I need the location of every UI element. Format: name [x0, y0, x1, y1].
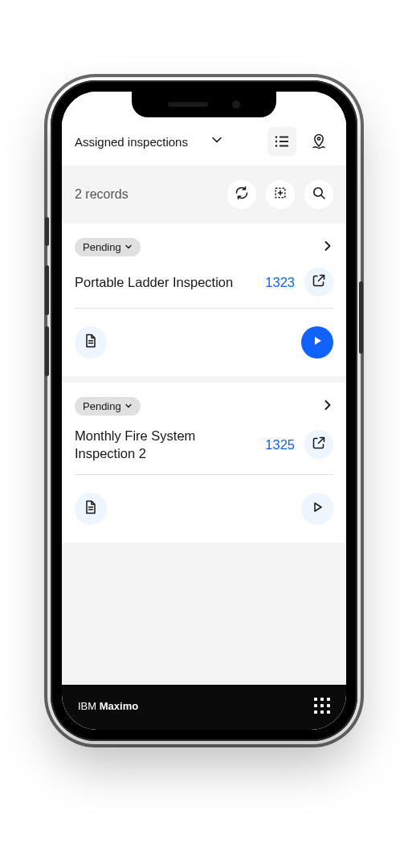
svg-rect-5: [279, 145, 288, 147]
svg-point-4: [275, 145, 277, 146]
side-button: [359, 281, 363, 354]
card-disclosure[interactable]: [322, 399, 333, 414]
refresh-button[interactable]: [227, 180, 256, 209]
map-pin-icon: [310, 133, 328, 150]
batch-select-button[interactable]: [266, 180, 295, 209]
document-icon: [83, 499, 99, 518]
list-view-button[interactable]: [267, 127, 296, 156]
svg-point-6: [317, 137, 320, 140]
svg-point-2: [275, 141, 277, 142]
open-external-icon: [312, 436, 326, 453]
open-external-button[interactable]: [304, 268, 333, 297]
status-label: Pending: [83, 400, 121, 412]
search-button[interactable]: [304, 180, 333, 209]
scope-dropdown[interactable]: Assigned inspections: [75, 133, 223, 149]
brand-name: Maximo: [100, 700, 138, 712]
start-inspection-button[interactable]: [301, 493, 333, 525]
view-toggle: [267, 127, 333, 156]
inspection-title: Portable Ladder Inspection: [75, 273, 255, 291]
status-pill[interactable]: Pending: [75, 238, 141, 256]
brand-label: IBM Maximo: [78, 700, 138, 712]
empty-area: [62, 542, 346, 685]
open-external-button[interactable]: [304, 430, 333, 459]
svg-rect-3: [279, 141, 288, 142]
start-inspection-button[interactable]: [301, 326, 333, 358]
side-button: [45, 217, 49, 246]
record-count: 2 records: [75, 187, 129, 202]
open-external-icon: [312, 273, 326, 291]
chevron-down-icon: [124, 241, 133, 253]
chevron-down-icon: [124, 400, 133, 412]
form-button[interactable]: [75, 326, 107, 358]
inspection-card: Pending Portable Ladder Inspection 1323: [62, 223, 346, 376]
list-icon: [273, 133, 291, 150]
app-viewport: Assigned inspections: [62, 92, 346, 730]
status-label: Pending: [83, 241, 121, 253]
banner-actions: [227, 180, 333, 209]
speaker: [168, 102, 208, 107]
refresh-icon: [234, 185, 250, 204]
side-button: [45, 326, 49, 376]
card-disclosure[interactable]: [322, 240, 333, 255]
play-icon: [311, 334, 324, 350]
phone-notch: [132, 92, 276, 117]
status-pill[interactable]: Pending: [75, 397, 141, 416]
phone-mockup: Assigned inspections: [51, 80, 357, 741]
chevron-down-icon: [210, 133, 223, 149]
svg-rect-1: [279, 137, 288, 138]
inspection-card: Pending Monthly Fire System Inspection 2…: [62, 383, 346, 542]
records-banner: 2 records: [62, 166, 346, 223]
inspection-id-link[interactable]: 1325: [265, 437, 295, 452]
search-icon: [311, 185, 327, 204]
play-icon: [311, 501, 324, 517]
inspection-title: Monthly Fire System Inspection 2: [75, 427, 255, 463]
brand-prefix: IBM: [78, 700, 100, 712]
app-footer: IBM Maximo: [62, 685, 346, 730]
scope-dropdown-label: Assigned inspections: [75, 135, 188, 149]
card-separator: [62, 376, 346, 383]
side-button: [45, 265, 49, 315]
form-button[interactable]: [75, 493, 107, 525]
app-switcher-button[interactable]: [314, 698, 330, 714]
map-view-button[interactable]: [304, 127, 333, 156]
svg-point-0: [275, 136, 277, 137]
inspection-id-link[interactable]: 1323: [265, 275, 295, 290]
document-icon: [83, 333, 99, 352]
front-camera: [232, 100, 240, 108]
phone-screen: Assigned inspections: [62, 92, 346, 730]
batch-icon: [272, 185, 288, 204]
